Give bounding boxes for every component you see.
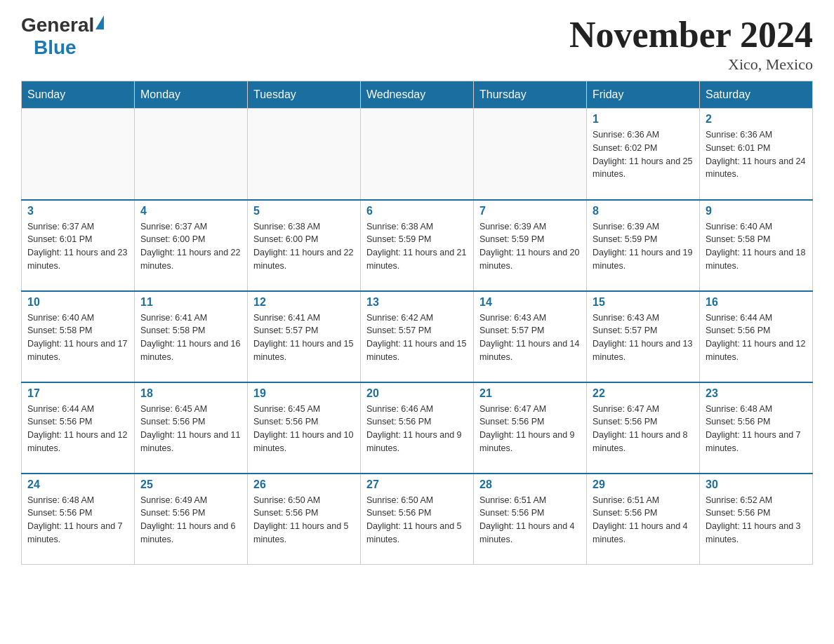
day-sun-info: Sunrise: 6:39 AMSunset: 5:59 PMDaylight:… <box>593 220 694 273</box>
calendar-day-cell: 12Sunrise: 6:41 AMSunset: 5:57 PMDayligh… <box>248 291 361 382</box>
calendar-day-cell: 23Sunrise: 6:48 AMSunset: 5:56 PMDayligh… <box>700 382 813 474</box>
day-number: 26 <box>253 478 355 491</box>
page-header: General Blue November 2024 Xico, Mexico <box>21 14 813 74</box>
calendar-location: Xico, Mexico <box>569 55 813 74</box>
day-sun-info: Sunrise: 6:40 AMSunset: 5:58 PMDaylight:… <box>706 220 807 273</box>
calendar-week-row: 1Sunrise: 6:36 AMSunset: 6:02 PMDaylight… <box>22 109 813 200</box>
day-sun-info: Sunrise: 6:47 AMSunset: 5:56 PMDaylight:… <box>593 403 694 455</box>
day-number: 6 <box>366 205 468 217</box>
calendar-day-cell: 22Sunrise: 6:47 AMSunset: 5:56 PMDayligh… <box>587 382 700 474</box>
day-sun-info: Sunrise: 6:51 AMSunset: 5:56 PMDaylight:… <box>593 494 694 546</box>
day-number: 16 <box>706 296 807 309</box>
day-sun-info: Sunrise: 6:46 AMSunset: 5:56 PMDaylight:… <box>366 403 468 455</box>
calendar-day-cell: 14Sunrise: 6:43 AMSunset: 5:57 PMDayligh… <box>474 291 587 382</box>
calendar-day-cell <box>361 109 474 200</box>
calendar-day-cell: 2Sunrise: 6:36 AMSunset: 6:01 PMDaylight… <box>700 109 813 200</box>
calendar-day-cell: 28Sunrise: 6:51 AMSunset: 5:56 PMDayligh… <box>474 474 587 565</box>
calendar-day-cell: 26Sunrise: 6:50 AMSunset: 5:56 PMDayligh… <box>248 474 361 565</box>
calendar-day-cell: 10Sunrise: 6:40 AMSunset: 5:58 PMDayligh… <box>22 291 135 382</box>
day-sun-info: Sunrise: 6:42 AMSunset: 5:57 PMDaylight:… <box>366 311 468 364</box>
day-of-week-header: Sunday <box>22 81 135 109</box>
day-sun-info: Sunrise: 6:45 AMSunset: 5:56 PMDaylight:… <box>140 403 241 455</box>
logo-triangle-icon <box>95 15 104 29</box>
day-sun-info: Sunrise: 6:43 AMSunset: 5:57 PMDaylight:… <box>479 311 581 364</box>
calendar-day-cell: 1Sunrise: 6:36 AMSunset: 6:02 PMDaylight… <box>587 109 700 200</box>
day-number: 2 <box>706 113 807 126</box>
day-number: 28 <box>479 478 581 491</box>
day-sun-info: Sunrise: 6:37 AMSunset: 6:00 PMDaylight:… <box>140 220 241 273</box>
day-number: 24 <box>27 478 128 491</box>
calendar-day-cell: 21Sunrise: 6:47 AMSunset: 5:56 PMDayligh… <box>474 382 587 474</box>
day-sun-info: Sunrise: 6:44 AMSunset: 5:56 PMDaylight:… <box>706 311 807 364</box>
day-number: 10 <box>27 296 128 309</box>
day-sun-info: Sunrise: 6:51 AMSunset: 5:56 PMDaylight:… <box>479 494 581 546</box>
day-sun-info: Sunrise: 6:41 AMSunset: 5:58 PMDaylight:… <box>140 311 241 364</box>
calendar-week-row: 24Sunrise: 6:48 AMSunset: 5:56 PMDayligh… <box>22 474 813 565</box>
title-section: November 2024 Xico, Mexico <box>569 14 813 74</box>
day-number: 18 <box>140 387 241 400</box>
calendar-week-row: 3Sunrise: 6:37 AMSunset: 6:01 PMDaylight… <box>22 200 813 291</box>
day-of-week-header: Thursday <box>474 81 587 109</box>
day-number: 9 <box>706 205 807 217</box>
calendar-week-row: 17Sunrise: 6:44 AMSunset: 5:56 PMDayligh… <box>22 382 813 474</box>
calendar-day-cell: 3Sunrise: 6:37 AMSunset: 6:01 PMDaylight… <box>22 200 135 291</box>
calendar-week-row: 10Sunrise: 6:40 AMSunset: 5:58 PMDayligh… <box>22 291 813 382</box>
day-number: 8 <box>593 205 694 217</box>
day-number: 17 <box>27 387 128 400</box>
day-number: 12 <box>253 296 355 309</box>
day-number: 25 <box>140 478 241 491</box>
calendar-day-cell: 16Sunrise: 6:44 AMSunset: 5:56 PMDayligh… <box>700 291 813 382</box>
day-sun-info: Sunrise: 6:41 AMSunset: 5:57 PMDaylight:… <box>253 311 355 364</box>
calendar-header-row: SundayMondayTuesdayWednesdayThursdayFrid… <box>22 81 813 109</box>
day-sun-info: Sunrise: 6:40 AMSunset: 5:58 PMDaylight:… <box>27 311 128 364</box>
calendar-day-cell: 25Sunrise: 6:49 AMSunset: 5:56 PMDayligh… <box>135 474 248 565</box>
day-sun-info: Sunrise: 6:52 AMSunset: 5:56 PMDaylight:… <box>706 494 807 546</box>
calendar-day-cell: 30Sunrise: 6:52 AMSunset: 5:56 PMDayligh… <box>700 474 813 565</box>
day-number: 3 <box>27 205 128 217</box>
day-sun-info: Sunrise: 6:48 AMSunset: 5:56 PMDaylight:… <box>706 403 807 455</box>
logo-general: General <box>21 14 94 36</box>
day-sun-info: Sunrise: 6:48 AMSunset: 5:56 PMDaylight:… <box>27 494 128 546</box>
calendar-day-cell: 13Sunrise: 6:42 AMSunset: 5:57 PMDayligh… <box>361 291 474 382</box>
day-number: 23 <box>706 387 807 400</box>
calendar-day-cell: 19Sunrise: 6:45 AMSunset: 5:56 PMDayligh… <box>248 382 361 474</box>
day-sun-info: Sunrise: 6:36 AMSunset: 6:02 PMDaylight:… <box>593 128 694 181</box>
day-number: 29 <box>593 478 694 491</box>
day-number: 30 <box>706 478 807 491</box>
calendar-day-cell: 29Sunrise: 6:51 AMSunset: 5:56 PMDayligh… <box>587 474 700 565</box>
day-sun-info: Sunrise: 6:45 AMSunset: 5:56 PMDaylight:… <box>253 403 355 455</box>
day-number: 4 <box>140 205 241 217</box>
day-of-week-header: Monday <box>135 81 248 109</box>
day-sun-info: Sunrise: 6:50 AMSunset: 5:56 PMDaylight:… <box>366 494 468 546</box>
calendar-day-cell: 8Sunrise: 6:39 AMSunset: 5:59 PMDaylight… <box>587 200 700 291</box>
calendar-day-cell: 20Sunrise: 6:46 AMSunset: 5:56 PMDayligh… <box>361 382 474 474</box>
calendar-day-cell: 15Sunrise: 6:43 AMSunset: 5:57 PMDayligh… <box>587 291 700 382</box>
day-sun-info: Sunrise: 6:38 AMSunset: 5:59 PMDaylight:… <box>366 220 468 273</box>
day-number: 27 <box>366 478 468 491</box>
calendar-table: SundayMondayTuesdayWednesdayThursdayFrid… <box>21 81 813 565</box>
day-sun-info: Sunrise: 6:50 AMSunset: 5:56 PMDaylight:… <box>253 494 355 546</box>
day-of-week-header: Wednesday <box>361 81 474 109</box>
calendar-day-cell: 5Sunrise: 6:38 AMSunset: 6:00 PMDaylight… <box>248 200 361 291</box>
day-number: 7 <box>479 205 581 217</box>
logo: General Blue <box>21 14 104 59</box>
calendar-day-cell: 17Sunrise: 6:44 AMSunset: 5:56 PMDayligh… <box>22 382 135 474</box>
day-sun-info: Sunrise: 6:39 AMSunset: 5:59 PMDaylight:… <box>479 220 581 273</box>
day-sun-info: Sunrise: 6:38 AMSunset: 6:00 PMDaylight:… <box>253 220 355 273</box>
day-number: 20 <box>366 387 468 400</box>
day-of-week-header: Tuesday <box>248 81 361 109</box>
calendar-day-cell: 24Sunrise: 6:48 AMSunset: 5:56 PMDayligh… <box>22 474 135 565</box>
calendar-day-cell: 9Sunrise: 6:40 AMSunset: 5:58 PMDaylight… <box>700 200 813 291</box>
day-number: 11 <box>140 296 241 309</box>
calendar-day-cell: 6Sunrise: 6:38 AMSunset: 5:59 PMDaylight… <box>361 200 474 291</box>
logo-blue: Blue <box>34 36 77 59</box>
day-number: 14 <box>479 296 581 309</box>
day-sun-info: Sunrise: 6:37 AMSunset: 6:01 PMDaylight:… <box>27 220 128 273</box>
day-sun-info: Sunrise: 6:43 AMSunset: 5:57 PMDaylight:… <box>593 311 694 364</box>
calendar-day-cell <box>474 109 587 200</box>
day-sun-info: Sunrise: 6:47 AMSunset: 5:56 PMDaylight:… <box>479 403 581 455</box>
calendar-day-cell: 7Sunrise: 6:39 AMSunset: 5:59 PMDaylight… <box>474 200 587 291</box>
calendar-day-cell <box>135 109 248 200</box>
calendar-day-cell <box>22 109 135 200</box>
day-sun-info: Sunrise: 6:44 AMSunset: 5:56 PMDaylight:… <box>27 403 128 455</box>
